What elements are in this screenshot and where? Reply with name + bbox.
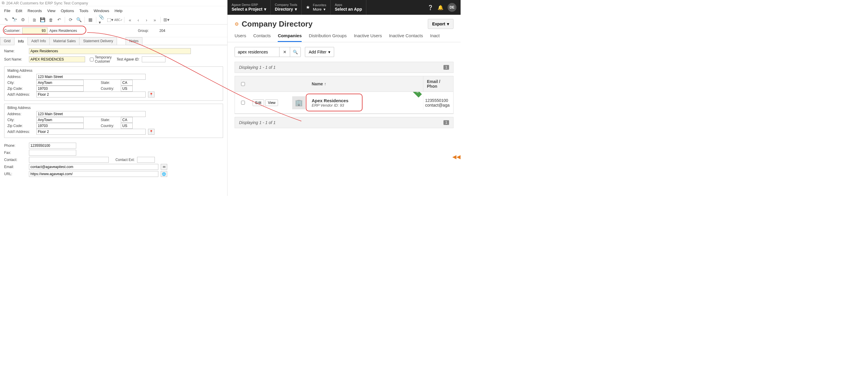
- row-checkbox[interactable]: [241, 101, 245, 104]
- menu-help[interactable]: Help: [115, 8, 123, 13]
- tab-distribution-groups[interactable]: Distribution Groups: [309, 33, 346, 42]
- tab-contacts[interactable]: Contacts: [253, 33, 271, 42]
- nav-project-selector[interactable]: Agave Demo ERP Select a Project▾: [227, 0, 271, 15]
- chevron-down-icon: ▾: [447, 22, 449, 26]
- trash-icon[interactable]: 🗑: [48, 17, 54, 23]
- customer-id-input[interactable]: [22, 28, 48, 34]
- undo-icon[interactable]: ↶: [56, 17, 62, 23]
- name-input[interactable]: [29, 48, 191, 54]
- binoculars-icon[interactable]: 🔭: [11, 17, 18, 23]
- menu-view[interactable]: View: [47, 8, 56, 13]
- page-badge: 1: [443, 65, 449, 70]
- window-title: 204 AR Customers for ERP Sync Test Compa…: [6, 1, 88, 5]
- tab-notes[interactable]: Notes: [126, 37, 143, 45]
- tab-companies[interactable]: Companies: [278, 33, 302, 42]
- col-email[interactable]: Email / Phon: [423, 76, 453, 92]
- tab-statement[interactable]: Statement Delivery: [79, 37, 117, 45]
- gear-icon[interactable]: ⚙: [20, 17, 26, 23]
- file-icon[interactable]: 🗎: [31, 17, 37, 23]
- layout-icon[interactable]: ⬚▾: [107, 17, 114, 23]
- billing-zip-input[interactable]: [36, 123, 84, 129]
- mailing-city-input[interactable]: [36, 80, 84, 86]
- next-icon[interactable]: ›: [143, 17, 150, 23]
- envelope-icon[interactable]: ✉: [161, 164, 167, 170]
- page-badge: 1: [443, 120, 449, 125]
- mailing-title: Mailing Address: [7, 68, 220, 73]
- search-icon[interactable]: 🔍: [290, 47, 301, 57]
- menu-records[interactable]: Records: [28, 8, 42, 13]
- mailing-address-input[interactable]: [36, 74, 146, 80]
- gear-icon[interactable]: ⚙: [235, 21, 239, 27]
- tab-info[interactable]: Info: [14, 37, 28, 45]
- tab-truncated[interactable]: Inact: [430, 33, 440, 42]
- view-button[interactable]: View: [265, 99, 278, 106]
- add-filter-button[interactable]: Add Filter▾: [305, 47, 334, 57]
- save-icon[interactable]: 💾: [39, 17, 46, 23]
- form-info: Name: Sort Name: Temporary Customer Test…: [0, 45, 227, 180]
- nav-apps[interactable]: Apps Select an App: [331, 0, 366, 15]
- url-input[interactable]: [29, 171, 158, 177]
- erp-window: ⧉ 204 AR Customers for ERP Sync Test Com…: [0, 0, 227, 196]
- menu-file[interactable]: File: [4, 8, 10, 13]
- temp-customer-checkbox[interactable]: [90, 58, 94, 61]
- col-name[interactable]: Name↑: [308, 76, 423, 92]
- tab-grid[interactable]: Grid: [0, 37, 14, 45]
- email-input[interactable]: [29, 164, 158, 170]
- tab-material-sales[interactable]: Material Sales: [49, 37, 80, 45]
- sortname-input[interactable]: [29, 56, 85, 62]
- nav-company-tools[interactable]: Company Tools Directory▾: [271, 0, 302, 15]
- help-icon[interactable]: ❔: [428, 5, 433, 10]
- test-agave-id-input[interactable]: [142, 56, 165, 62]
- mailing-zip-input[interactable]: [36, 86, 84, 92]
- menu-bar: File Edit Records View Options Tools Win…: [0, 6, 227, 16]
- tab-inactive-users[interactable]: Inactive Users: [354, 33, 382, 42]
- fax-input[interactable]: [29, 150, 76, 156]
- mailing-state-input[interactable]: [121, 80, 133, 86]
- web-app: Agave Demo ERP Select a Project▾ Company…: [227, 0, 461, 196]
- grid-icon[interactable]: ▦: [87, 17, 94, 23]
- mailing-country-input[interactable]: [121, 86, 133, 92]
- select-all-checkbox[interactable]: [241, 82, 245, 86]
- abc-icon[interactable]: ABC✓: [115, 17, 122, 23]
- map-pin-icon[interactable]: 📍: [148, 129, 155, 135]
- phone-input[interactable]: [29, 143, 76, 149]
- menu-edit[interactable]: Edit: [16, 8, 22, 13]
- contact-ext-input[interactable]: [137, 157, 155, 163]
- avatar[interactable]: DE: [447, 3, 457, 12]
- menu-options[interactable]: Options: [61, 8, 74, 13]
- billing-address-input[interactable]: [36, 111, 146, 117]
- search-input[interactable]: [235, 47, 279, 57]
- web-tabs: Users Contacts Companies Distribution Gr…: [227, 30, 461, 42]
- tab-addl-info[interactable]: Add'l Info: [28, 37, 50, 45]
- clear-search-icon[interactable]: ✕: [279, 47, 290, 57]
- contact-input[interactable]: [29, 157, 109, 163]
- billing-city-input[interactable]: [36, 117, 84, 123]
- clip-icon[interactable]: 📎▾: [99, 17, 105, 23]
- chevron-down-icon: ▾: [328, 50, 330, 54]
- billing-country-input[interactable]: [121, 123, 133, 129]
- search-icon[interactable]: 🔍: [75, 17, 82, 23]
- last-icon[interactable]: »: [152, 17, 158, 23]
- menu-windows[interactable]: Windows: [94, 8, 109, 13]
- refresh-icon[interactable]: ⟳: [67, 17, 74, 23]
- tab-inactive-contacts[interactable]: Inactive Contacts: [389, 33, 423, 42]
- prev-icon[interactable]: ‹: [135, 17, 142, 23]
- globe-icon[interactable]: 🌐: [161, 171, 167, 177]
- menu-tools[interactable]: Tools: [80, 8, 88, 13]
- export-button[interactable]: Export▾: [428, 19, 454, 29]
- mailing-addl-input[interactable]: [36, 92, 146, 97]
- company-name[interactable]: Apex Residences: [312, 98, 420, 103]
- billing-addl-input[interactable]: [36, 129, 146, 135]
- page-title: Company Directory: [242, 20, 313, 29]
- collapse-panel-icon[interactable]: ◀◀: [452, 154, 461, 160]
- billing-state-input[interactable]: [121, 117, 133, 123]
- nav-favorites[interactable]: ★ Favorites More ▾: [302, 0, 331, 15]
- edit-button[interactable]: Edit: [253, 99, 264, 106]
- tab-users[interactable]: Users: [235, 33, 246, 42]
- map-pin-icon[interactable]: 📍: [148, 92, 155, 97]
- edit-icon[interactable]: ✎: [3, 17, 9, 23]
- name-label: Name:: [4, 49, 27, 53]
- first-icon[interactable]: «: [127, 17, 133, 23]
- table-icon[interactable]: ⊞▾: [163, 17, 169, 23]
- bell-icon[interactable]: 🔔: [438, 5, 443, 10]
